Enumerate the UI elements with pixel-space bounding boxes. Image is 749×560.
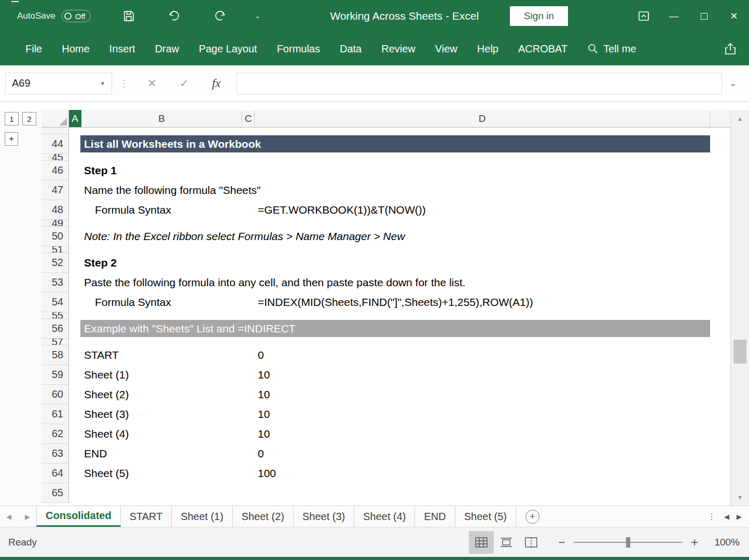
row-header-55[interactable]: 55 — [41, 312, 69, 319]
tab-overflow-icon[interactable]: ⋮ — [708, 512, 716, 522]
row-header-53[interactable]: 53 — [41, 273, 69, 292]
row-cells[interactable]: Name the following formula "Sheets" — [69, 180, 730, 200]
autosave-toggle[interactable]: Off — [62, 10, 91, 22]
row-header-62[interactable]: 62 — [41, 424, 69, 444]
enter-button[interactable]: ✓ — [168, 73, 200, 94]
formula-input[interactable] — [237, 73, 722, 94]
next-sheet-button[interactable]: ▶ — [25, 513, 30, 521]
save-button[interactable] — [121, 7, 136, 25]
close-button[interactable]: ✕ — [719, 0, 749, 32]
cell-B58[interactable]: START — [84, 349, 119, 361]
row-cells[interactable]: Sheet (2)10 — [69, 385, 730, 404]
sheet-tab-end[interactable]: END — [415, 506, 455, 527]
row-header-65[interactable]: 65 — [41, 483, 69, 503]
sign-in-button[interactable]: Sign in — [510, 6, 568, 26]
sheet-tab-sheet-2[interactable]: Sheet (2) — [233, 506, 294, 527]
tab-scroll-right-button[interactable]: ▶ — [737, 513, 742, 521]
cell-B54[interactable]: Formula Syntax — [95, 296, 171, 309]
ribbon-display-options-button[interactable] — [629, 0, 659, 32]
row-header-57[interactable]: 57 — [41, 339, 69, 345]
name-box-dropdown-icon[interactable]: ▾ — [94, 79, 112, 87]
row-cells[interactable]: START0 — [69, 345, 730, 365]
sheet-tab-sheet-5[interactable]: Sheet (5) — [455, 506, 516, 527]
page-break-preview-button[interactable] — [519, 531, 544, 554]
ribbon-tab-insert[interactable]: Insert — [100, 32, 145, 65]
tell-me-button[interactable]: Tell me — [577, 43, 646, 55]
cancel-button[interactable]: ✕ — [136, 73, 168, 94]
row-cells[interactable]: Note: In the Excel ribbon select Formula… — [69, 227, 730, 246]
row-header-44[interactable]: 44 — [41, 134, 69, 154]
new-sheet-button[interactable]: + — [525, 510, 539, 524]
cell-D48[interactable]: =GET.WORKBOOK(1))&T(NOW()) — [258, 204, 426, 216]
row-cells[interactable]: Sheet (3)10 — [69, 404, 730, 424]
row-cells[interactable] — [69, 339, 730, 345]
row-header-58[interactable]: 58 — [41, 345, 69, 365]
sheet-tab-sheet-3[interactable]: Sheet (3) — [294, 506, 354, 527]
cell-B64[interactable]: Sheet (5) — [84, 467, 129, 480]
insert-function-button[interactable]: fx — [200, 73, 232, 94]
redo-button[interactable] — [212, 7, 228, 25]
column-header-D[interactable]: D — [255, 110, 710, 127]
row-cells[interactable]: List all Worksheets in a Workbook — [69, 134, 730, 154]
cell-B47[interactable]: Name the following formula "Sheets" — [84, 184, 261, 197]
row-header-45[interactable]: 45 — [41, 154, 69, 161]
cell-B61[interactable]: Sheet (3) — [84, 408, 129, 421]
cell-B59[interactable]: Sheet (1) — [84, 369, 129, 381]
column-header-C[interactable]: C — [242, 110, 255, 127]
ribbon-tab-acrobat[interactable]: ACROBAT — [508, 32, 577, 65]
undo-button[interactable] — [167, 7, 182, 25]
zoom-level[interactable]: 100% — [710, 537, 740, 548]
cell-D59[interactable]: 10 — [258, 369, 270, 381]
cell-B48[interactable]: Formula Syntax — [95, 204, 171, 216]
row-cells[interactable]: Sheet (5)100 — [69, 464, 730, 483]
sheet-tab-sheet-1[interactable]: Sheet (1) — [172, 506, 232, 527]
tab-scroll-left-button[interactable]: ◀ — [724, 513, 729, 521]
page-layout-view-button[interactable] — [494, 531, 519, 554]
row-cells[interactable]: Paste the following formula into any cel… — [69, 273, 730, 292]
ribbon-tab-draw[interactable]: Draw — [145, 32, 189, 65]
normal-view-button[interactable] — [469, 531, 494, 554]
row-cells[interactable]: Formula Syntax=GET.WORKBOOK(1))&T(NOW()) — [69, 200, 730, 220]
previous-sheet-button[interactable]: ◀ — [6, 513, 11, 521]
ribbon-tab-formulas[interactable]: Formulas — [267, 32, 330, 65]
row-header-hidden[interactable] — [41, 128, 69, 134]
maximize-button[interactable] — [689, 0, 719, 32]
row-header-64[interactable]: 64 — [41, 464, 69, 483]
row-header-52[interactable]: 52 — [41, 253, 69, 273]
row-header-61[interactable]: 61 — [41, 404, 69, 424]
vertical-scrollbar[interactable]: ▲ ▼ — [730, 110, 749, 506]
cell-B52[interactable]: Step 2 — [84, 257, 117, 269]
row-cells[interactable]: Step 1 — [69, 161, 730, 180]
customize-quick-access-toolbar-button[interactable]: ⌄ — [255, 14, 260, 18]
section-header-cell-B44[interactable]: List all Worksheets in a Workbook — [80, 135, 710, 152]
column-header-B[interactable]: B — [81, 110, 242, 127]
row-header-48[interactable]: 48 — [41, 200, 69, 220]
cell-D60[interactable]: 10 — [258, 388, 270, 401]
row-cells[interactable] — [69, 483, 730, 503]
sheet-tab-sheet-4[interactable]: Sheet (4) — [354, 506, 415, 527]
cell-B62[interactable]: Sheet (4) — [84, 428, 129, 440]
row-header-56[interactable]: 56 — [41, 319, 69, 339]
scroll-down-button[interactable]: ▼ — [731, 488, 749, 506]
row-cells[interactable]: END0 — [69, 444, 730, 464]
row-header-54[interactable]: 54 — [41, 292, 69, 312]
sheet-tab-consolidated[interactable]: Consolidated — [36, 506, 121, 527]
row-header-49[interactable]: 49 — [41, 220, 69, 227]
name-box[interactable]: A69 ▾ — [5, 73, 112, 94]
formula-bar-resize-handle[interactable]: ⋮ — [119, 78, 129, 89]
vertical-scrollbar-thumb[interactable] — [733, 340, 746, 363]
row-header-50[interactable]: 50 — [41, 227, 69, 246]
cell-D62[interactable]: 10 — [258, 428, 270, 440]
scroll-up-button[interactable]: ▲ — [731, 110, 749, 127]
row-cells[interactable]: Sheet (1)10 — [69, 365, 730, 385]
row-cells[interactable] — [69, 312, 730, 319]
ribbon-tab-page-layout[interactable]: Page Layout — [189, 32, 267, 65]
row-header-51[interactable]: 51 — [41, 246, 69, 253]
ribbon-tab-data[interactable]: Data — [330, 32, 371, 65]
cell-D64[interactable]: 100 — [258, 467, 276, 480]
zoom-out-button[interactable]: − — [558, 535, 565, 550]
cell-D61[interactable]: 10 — [258, 408, 270, 421]
cell-B50[interactable]: Note: In the Excel ribbon select Formula… — [84, 230, 405, 243]
row-cells[interactable] — [69, 154, 730, 161]
share-button[interactable] — [719, 37, 742, 60]
